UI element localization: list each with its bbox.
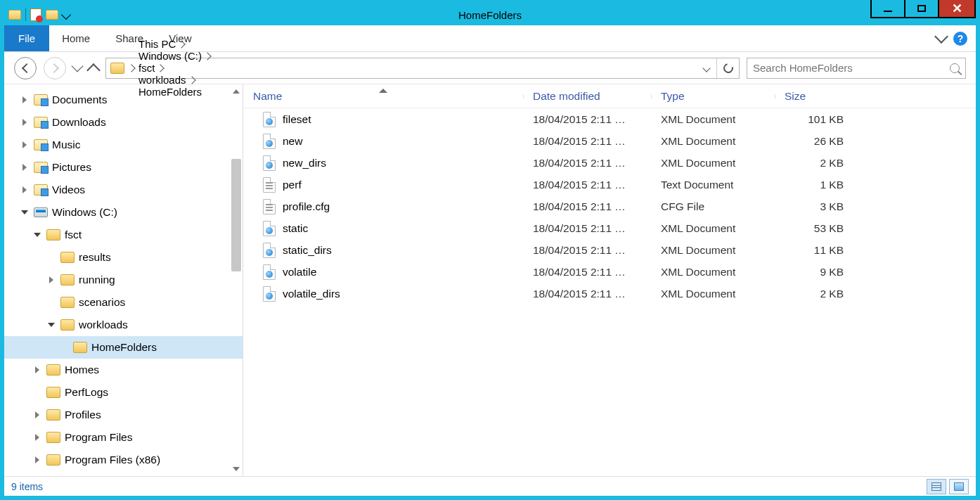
new-folder-icon[interactable]	[46, 10, 58, 20]
expander-icon[interactable]	[32, 456, 42, 463]
expand-ribbon-icon[interactable]	[934, 30, 948, 44]
chevron-right-icon[interactable]	[157, 64, 165, 72]
file-row[interactable]: static18/04/2015 2:11 …XML Document53 KB	[243, 217, 976, 239]
expander-icon[interactable]	[20, 141, 30, 148]
icons-view-icon	[954, 482, 964, 491]
tree-node-label: Windows (C:)	[52, 206, 117, 219]
file-tab[interactable]: File	[4, 25, 49, 51]
breadcrumb-segment[interactable]: This PC	[136, 38, 213, 50]
column-name[interactable]: Name	[243, 90, 523, 103]
file-icon	[263, 112, 276, 127]
tree-node[interactable]: Downloads	[4, 111, 243, 134]
scroll-down-icon[interactable]	[230, 462, 243, 476]
column-size[interactable]: Size	[775, 90, 858, 103]
tree-node[interactable]: fsct	[4, 224, 243, 246]
file-name: volatile_dirs	[283, 288, 340, 300]
back-button[interactable]	[14, 57, 37, 79]
maximize-button[interactable]	[904, 0, 938, 18]
tree-node[interactable]: Program Files	[4, 426, 243, 449]
tree-node[interactable]: Windows (C:)	[4, 201, 243, 224]
tree-node[interactable]: Homes	[4, 359, 243, 381]
file-type: CFG File	[651, 200, 775, 213]
close-icon: ✕	[952, 2, 962, 15]
tree-node[interactable]: workloads	[4, 314, 243, 336]
expander-icon[interactable]	[20, 96, 30, 103]
file-name: static_dirs	[283, 244, 332, 257]
file-icon	[263, 221, 276, 236]
file-icon	[263, 134, 276, 149]
expander-icon[interactable]	[20, 186, 30, 193]
file-row[interactable]: profile.cfg18/04/2015 2:11 …CFG File3 KB	[243, 195, 976, 217]
file-icon	[263, 243, 276, 258]
file-row[interactable]: static_dirs18/04/2015 2:11 …XML Document…	[243, 239, 976, 261]
chevron-right-icon[interactable]	[178, 40, 186, 48]
up-button[interactable]	[86, 63, 101, 77]
expander-icon[interactable]	[20, 210, 30, 214]
file-size: 26 KB	[775, 135, 858, 148]
expander-icon[interactable]	[32, 434, 42, 441]
minimize-button[interactable]	[870, 0, 904, 18]
search-box[interactable]	[747, 58, 966, 79]
close-button[interactable]: ✕	[938, 0, 976, 18]
breadcrumb-segment[interactable]: fsct	[136, 62, 213, 74]
file-row[interactable]: perf18/04/2015 2:11 …Text Document1 KB	[243, 174, 976, 195]
tree-node[interactable]: running	[4, 269, 243, 291]
breadcrumb-segment[interactable]: Windows (C:)	[136, 50, 213, 62]
tree-node[interactable]: Pictures	[4, 156, 243, 179]
file-name: perf	[283, 179, 302, 191]
folder-icon	[46, 454, 60, 466]
tree-node[interactable]: PerfLogs	[4, 381, 243, 404]
expander-icon[interactable]	[32, 233, 42, 237]
file-row[interactable]: new_dirs18/04/2015 2:11 …XML Document2 K…	[243, 152, 976, 174]
expander-icon[interactable]	[46, 276, 56, 283]
file-row[interactable]: volatile18/04/2015 2:11 …XML Document9 K…	[243, 261, 976, 283]
chevron-right-icon[interactable]	[203, 52, 211, 60]
address-history-dropdown[interactable]	[697, 58, 716, 78]
expander-icon[interactable]	[46, 323, 56, 327]
sort-indicator-icon	[379, 89, 387, 93]
column-date[interactable]: Date modified	[523, 90, 651, 103]
file-icon	[263, 199, 276, 214]
app-icon[interactable]	[8, 10, 21, 20]
tree-node[interactable]: Videos	[4, 179, 243, 201]
file-type: XML Document	[651, 266, 775, 278]
file-row[interactable]: volatile_dirs18/04/2015 2:11 …XML Docume…	[243, 283, 976, 305]
breadcrumb-label: This PC	[138, 38, 176, 50]
folder-icon	[60, 297, 75, 308]
expander-icon[interactable]	[32, 411, 42, 418]
column-type[interactable]: Type	[651, 90, 775, 103]
expander-icon[interactable]	[20, 119, 30, 126]
help-button[interactable]: ?	[953, 32, 967, 46]
expander-icon[interactable]	[32, 366, 42, 373]
tree-node[interactable]: HomeFolders	[4, 336, 243, 359]
crumb-root-sep[interactable]	[127, 64, 135, 72]
properties-icon[interactable]	[30, 8, 41, 21]
scroll-up-icon[interactable]	[230, 84, 243, 98]
tree-node[interactable]: Documents	[4, 89, 243, 111]
tree-node[interactable]: scenarios	[4, 291, 243, 314]
file-row[interactable]: new18/04/2015 2:11 …XML Document26 KB	[243, 130, 976, 152]
tree-node[interactable]: Profiles	[4, 404, 243, 426]
recent-locations-dropdown[interactable]	[72, 60, 84, 72]
search-input[interactable]	[753, 62, 960, 74]
refresh-button[interactable]	[716, 58, 739, 78]
forward-button[interactable]	[44, 57, 66, 79]
tree-scrollbar[interactable]	[230, 84, 243, 476]
expander-icon[interactable]	[20, 164, 30, 171]
scroll-thumb[interactable]	[231, 159, 241, 271]
tab-home[interactable]: Home	[49, 25, 103, 51]
tree-node-label: running	[79, 274, 115, 286]
tree-node[interactable]: Program Files (x86)	[4, 449, 243, 471]
chevron-right-icon[interactable]	[188, 76, 195, 84]
address-bar[interactable]: This PCWindows (C:)fsctworkloadsHomeFold…	[105, 58, 740, 79]
file-size: 101 KB	[775, 113, 858, 126]
tree-node[interactable]: results	[4, 246, 243, 269]
tree-node[interactable]: Music	[4, 134, 243, 156]
back-arrow-icon	[21, 63, 31, 72]
file-row[interactable]: fileset18/04/2015 2:11 …XML Document101 …	[243, 108, 976, 130]
drive-icon	[34, 207, 48, 217]
qat-dropdown-icon[interactable]	[61, 10, 71, 20]
navigation-tree[interactable]: DocumentsDownloadsMusicPicturesVideosWin…	[4, 84, 243, 476]
details-view-button[interactable]	[927, 479, 946, 494]
large-icons-view-button[interactable]	[949, 479, 969, 494]
